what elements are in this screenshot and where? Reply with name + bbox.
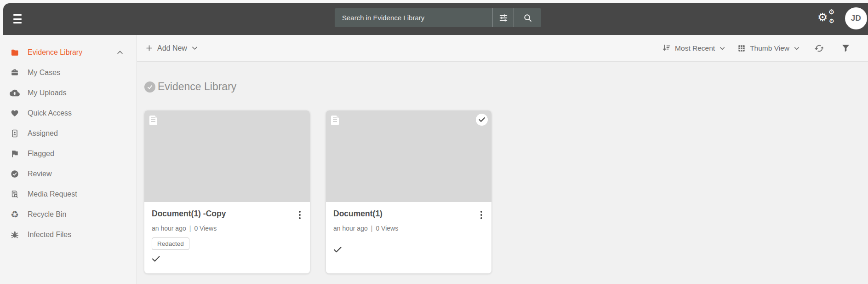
card-meta: an hour ago|0 Views: [333, 225, 484, 232]
sidebar-item-label: Recycle Bin: [28, 210, 66, 219]
meta-separator: |: [186, 225, 194, 232]
refresh-icon: [814, 43, 824, 53]
gear-icon: ⚙: [828, 9, 834, 16]
cloud-upload-icon: [10, 88, 20, 98]
document-thumbnail[interactable]: [144, 110, 310, 202]
bug-icon: [10, 230, 20, 240]
document-card[interactable]: Document(1) an hour ago|0 Views: [326, 110, 491, 273]
sidebar-item-flagged[interactable]: Flagged: [0, 144, 136, 164]
content-region: Evidence Library Document(1) -Copy: [137, 62, 868, 284]
sort-icon: [662, 43, 671, 53]
sidebar-item-label: Flagged: [28, 150, 54, 158]
sidebar-item-label: Media Request: [28, 190, 77, 198]
search-icon: [523, 13, 533, 23]
card-meta: an hour ago|0 Views: [152, 225, 303, 232]
tune-icon: [498, 13, 508, 23]
search-bar: [335, 8, 541, 27]
hamburger-menu-icon[interactable]: [13, 14, 22, 23]
sidebar-item-recycle-bin[interactable]: ♻ Recycle Bin: [0, 204, 136, 225]
card-timestamp: an hour ago: [333, 225, 368, 232]
sidebar-item-assigned[interactable]: Assigned: [0, 123, 136, 144]
filter-funnel-icon: [841, 43, 851, 53]
collapse-section-button[interactable]: [116, 48, 124, 57]
sort-label: Most Recent: [675, 44, 715, 52]
evidence-library-app: ⚙ ⚙ ⚙ JD Evidence Library: [0, 0, 868, 284]
services-settings-button[interactable]: ⚙ ⚙ ⚙: [817, 9, 838, 27]
doc-search-icon: [10, 189, 20, 199]
thumbnail-select-toggle[interactable]: [476, 114, 488, 126]
sidebar-item-infected-files[interactable]: Infected Files: [0, 225, 136, 245]
sidebar-item-review[interactable]: Review: [0, 164, 136, 184]
sidebar-item-label: Review: [28, 170, 51, 178]
grid-view-icon: [737, 44, 746, 53]
section-check-circle-icon: [144, 81, 155, 93]
redacted-tag-badge: Redacted: [152, 238, 189, 250]
recycle-icon: ♻: [10, 209, 20, 220]
advanced-filter-button[interactable]: [493, 8, 514, 27]
sidebar-item-my-uploads[interactable]: My Uploads: [0, 83, 136, 103]
briefcase-icon: [10, 68, 20, 78]
heart-icon: [10, 108, 20, 118]
sidebar-item-evidence-library[interactable]: Evidence Library: [0, 42, 136, 63]
view-mode-dropdown[interactable]: Thumb View: [737, 44, 800, 53]
plus-icon: [145, 44, 154, 52]
sidebar-item-label: My Uploads: [28, 89, 66, 97]
gear-icon: ⚙: [817, 12, 828, 23]
card-view-count: 0 Views: [376, 225, 398, 232]
search-submit-button[interactable]: [514, 8, 541, 27]
sidebar-item-label: My Cases: [28, 69, 60, 77]
add-new-button[interactable]: Add New: [145, 44, 199, 52]
meta-separator: |: [368, 225, 376, 232]
selected-check-icon: [152, 255, 303, 262]
chevron-down-icon: [793, 45, 800, 52]
view-mode-label: Thumb View: [750, 44, 789, 52]
top-bar: ⚙ ⚙ ⚙ JD: [3, 3, 868, 35]
document-thumbnail[interactable]: [326, 110, 491, 202]
document-file-icon: [331, 116, 339, 125]
sort-dropdown[interactable]: Most Recent: [662, 43, 726, 53]
filter-button[interactable]: [841, 43, 851, 53]
chevron-down-icon: [191, 44, 199, 52]
document-card[interactable]: Document(1) -Copy an hour ago|0 Views Re…: [144, 110, 310, 273]
card-menu-button[interactable]: [297, 210, 303, 220]
toolbar-right-group: Most Recent Thumb View: [662, 43, 851, 53]
card-timestamp: an hour ago: [152, 225, 186, 232]
card-view-count: 0 Views: [194, 225, 217, 232]
card-grid: Document(1) -Copy an hour ago|0 Views Re…: [144, 110, 868, 273]
main-area: Add New Most Recent: [137, 35, 868, 284]
sidebar-item-label: Evidence Library: [28, 48, 82, 57]
flag-icon: [10, 149, 20, 159]
document-file-icon: [149, 116, 157, 125]
sidebar-item-quick-access[interactable]: Quick Access: [0, 103, 136, 123]
sidebar-item-label: Infected Files: [28, 231, 71, 239]
content-toolbar: Add New Most Recent: [137, 35, 868, 62]
chevron-up-icon: [116, 48, 124, 57]
card-info: Document(1) an hour ago|0 Views: [326, 202, 491, 253]
card-info: Document(1) -Copy an hour ago|0 Views Re…: [144, 202, 310, 262]
folder-icon: [10, 47, 20, 58]
document-title: Document(1): [333, 209, 383, 219]
user-avatar[interactable]: JD: [845, 7, 867, 29]
selected-check-icon: [333, 246, 484, 253]
check-circle-icon: [10, 169, 20, 179]
card-menu-button[interactable]: [479, 210, 484, 220]
refresh-button[interactable]: [814, 43, 824, 53]
check-icon: [479, 117, 485, 122]
add-new-label: Add New: [157, 44, 187, 52]
sidebar-item-media-request[interactable]: Media Request: [0, 184, 136, 204]
contact-card-icon: [10, 128, 20, 139]
section-header: Evidence Library: [144, 81, 868, 93]
document-title: Document(1) -Copy: [152, 209, 226, 219]
sidebar-item-label: Quick Access: [28, 109, 72, 117]
sidebar-nav: Evidence Library My Cases: [0, 35, 137, 284]
sidebar-item-label: Assigned: [28, 129, 58, 138]
gear-icon: ⚙: [829, 18, 834, 24]
chevron-down-icon: [719, 45, 726, 52]
section-title: Evidence Library: [158, 81, 236, 93]
search-input[interactable]: [335, 8, 492, 27]
sidebar-item-my-cases[interactable]: My Cases: [0, 63, 136, 83]
